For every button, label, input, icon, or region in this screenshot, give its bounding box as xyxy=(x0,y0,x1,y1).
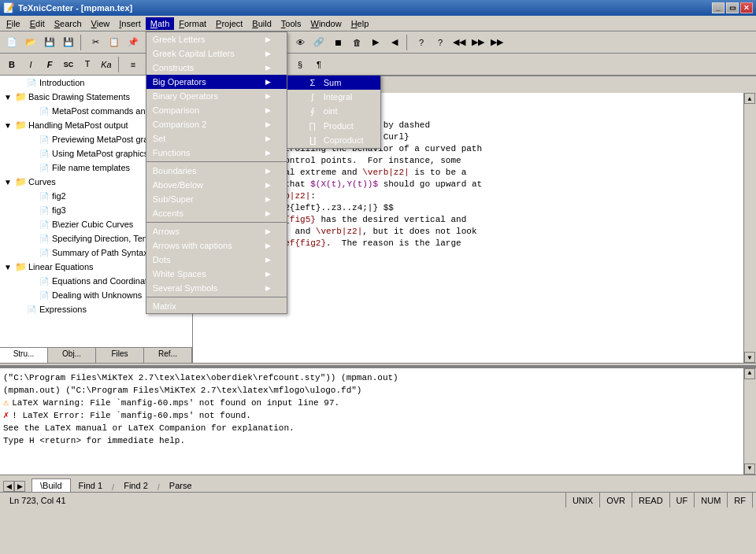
submenu-product[interactable]: ∏ Product xyxy=(287,119,380,133)
cut-button[interactable]: ✂ xyxy=(87,34,104,51)
help2-btn[interactable]: ? xyxy=(432,34,449,51)
output-line: ("C:\Program Files\MiKTeX 2.7\tex\latex\… xyxy=(3,371,737,384)
minimize-button[interactable]: _ xyxy=(712,2,724,13)
sidebar-tab-ref[interactable]: Ref... xyxy=(144,348,192,363)
menu-view[interactable]: View xyxy=(87,17,115,30)
window-controls[interactable]: _ ▭ ✕ xyxy=(712,2,753,13)
save-button[interactable]: 💾 xyxy=(41,34,58,51)
cal-button[interactable]: Ka xyxy=(98,56,115,73)
bottom-scroll-down[interactable]: ▼ xyxy=(744,464,755,475)
italic-button[interactable]: I xyxy=(22,56,39,73)
menu-search[interactable]: Search xyxy=(50,17,87,30)
menu-dots[interactable]: Dots▶ xyxy=(146,253,287,267)
product-icon: ∏ xyxy=(306,121,319,131)
open-button[interactable]: 📂 xyxy=(22,34,39,51)
output-line-warn: ⚠ LaTeX Warning: File `manfig-60.mps' no… xyxy=(3,397,737,409)
menu-constructs[interactable]: Constructs▶ xyxy=(146,61,287,75)
menu-build[interactable]: Build xyxy=(247,17,276,30)
bold-button[interactable]: B xyxy=(3,56,20,73)
submenu-sum[interactable]: Σ Sum xyxy=(287,76,380,90)
menu-sub-super[interactable]: Sub/Super▶ xyxy=(146,192,287,206)
menu-big-operators[interactable]: Big Operators▶ Σ Sum ∫ Integral ∮ oint xyxy=(146,75,287,89)
bottom-tab-parse[interactable]: Parse xyxy=(161,479,200,492)
clean-button[interactable]: 🗑 xyxy=(348,34,365,51)
expand-icon xyxy=(25,147,38,160)
nav-prev-btn[interactable]: ◀ xyxy=(3,481,14,492)
paste-button[interactable]: 📌 xyxy=(124,34,142,51)
save-all-button[interactable]: 💾 xyxy=(60,34,77,51)
menu-project[interactable]: Project xyxy=(211,17,247,30)
tree-label: Handling MetaPost output xyxy=(28,120,128,130)
sidebar-tab-files[interactable]: Files xyxy=(96,348,144,363)
menu-edit[interactable]: Edit xyxy=(25,17,50,30)
restore-button[interactable]: ▭ xyxy=(726,2,739,13)
menu-help[interactable]: Help xyxy=(346,17,374,30)
menu-arrows[interactable]: Arrows▶ xyxy=(146,224,287,238)
bottom-scroll-up[interactable]: ▲ xyxy=(744,368,755,379)
sc-button[interactable]: SC xyxy=(60,56,77,73)
menu-binary-operators[interactable]: Binary Operators▶ xyxy=(146,89,287,103)
menu-tools[interactable]: Tools xyxy=(276,17,306,30)
expand-icon xyxy=(13,76,25,89)
menu-matrix[interactable]: Matrix xyxy=(146,299,287,313)
help-btn[interactable]: ? xyxy=(413,34,430,51)
menu-window[interactable]: Window xyxy=(306,17,346,30)
special-btn[interactable]: § xyxy=(291,56,309,73)
output-panel[interactable]: ▲ ▼ ("C:\Program Files\MiKTeX 2.7\tex\la… xyxy=(0,367,756,475)
menu-arrows-captions[interactable]: Arrows with captions▶ xyxy=(146,238,287,253)
menu-greek-capital-letters[interactable]: Greek Capital Letters▶ xyxy=(146,46,287,61)
tree-label: Introduction xyxy=(39,78,84,87)
prev-err-button[interactable]: ◀ xyxy=(386,34,403,51)
folder-icon: 📁 xyxy=(14,175,27,188)
submenu-oint[interactable]: ∮ oint xyxy=(287,104,380,119)
stop-button[interactable]: ⏹ xyxy=(329,34,346,51)
synctex-button[interactable]: 🔗 xyxy=(310,34,328,51)
scroll-down-btn[interactable]: ▼ xyxy=(744,352,755,363)
menu-insert[interactable]: Insert xyxy=(114,17,146,30)
integral-icon: ∫ xyxy=(306,92,319,102)
next-err-button[interactable]: ▶ xyxy=(367,34,384,51)
menu-set[interactable]: Set▶ xyxy=(146,131,287,146)
menu-format[interactable]: Format xyxy=(174,17,211,30)
scroll-up-btn[interactable]: ▲ xyxy=(744,93,755,104)
menu-comparison2[interactable]: Comparison 2▶ xyxy=(146,117,287,131)
menu-greek-letters[interactable]: Greek Letters▶ xyxy=(146,32,287,46)
menu-file[interactable]: File xyxy=(2,17,25,30)
sidebar-tab-objects[interactable]: Obj... xyxy=(48,348,96,363)
submenu-coproduct[interactable]: ∐ Coproduct xyxy=(287,133,380,148)
bottom-tabs: ◀ ▶ \Build Find 1 / Find 2 / Parse xyxy=(0,475,756,492)
bottom-tab-find1[interactable]: Find 1 xyxy=(71,479,111,492)
copy-button[interactable]: 📋 xyxy=(106,34,123,51)
bottom-tab-find2[interactable]: Find 2 xyxy=(116,479,156,492)
menu-boundaries[interactable]: Boundaries▶ xyxy=(146,164,287,178)
sep-tb1 xyxy=(80,35,83,50)
align-left-btn[interactable]: ≡ xyxy=(124,56,142,73)
bottom-scrollbar[interactable]: ▲ ▼ xyxy=(743,368,756,475)
nav3-btn[interactable]: ▶▶ xyxy=(488,34,506,51)
nav-fwd-btn[interactable]: ▶▶ xyxy=(469,34,487,51)
new-button[interactable]: 📄 xyxy=(3,34,20,51)
toolbar-1: 📄 📂 💾 💾 ✂ 📋 📌 ↩ ↪ ↩ PDF ⚙ 👁 🔗 ⏹ 🗑 ▶ ◀ ? … xyxy=(0,31,756,54)
nav-next-btn[interactable]: ▶ xyxy=(14,481,25,492)
view-button[interactable]: 👁 xyxy=(291,34,309,51)
format3-button[interactable]: F xyxy=(41,56,58,73)
submenu-integral[interactable]: ∫ Integral xyxy=(287,90,380,104)
menu-math[interactable]: Math Greek Letters▶ Greek Capital Letter… xyxy=(146,17,174,30)
menu-white-spaces[interactable]: White Spaces▶ xyxy=(146,267,287,281)
special2-btn[interactable]: ¶ xyxy=(310,56,328,73)
output-line-err: ✗ ! LaTeX Error: File `manfig-60.mps' no… xyxy=(3,409,737,422)
doc-icon: 📄 xyxy=(38,275,50,287)
vertical-scrollbar[interactable]: ▲ ▼ xyxy=(743,93,756,363)
expand-icon xyxy=(25,105,38,117)
sidebar-tab-structure[interactable]: Stru... xyxy=(0,348,48,363)
menu-accents[interactable]: Accents▶ xyxy=(146,206,287,220)
close-button[interactable]: ✕ xyxy=(740,2,753,13)
menu-comparison[interactable]: Comparison▶ xyxy=(146,103,287,117)
menu-above-below[interactable]: Above/Below▶ xyxy=(146,178,287,192)
menu-functions[interactable]: Functions▶ xyxy=(146,146,287,160)
warn-text: LaTeX Warning: File `manfig-60.mps' not … xyxy=(12,397,339,409)
nav-back-btn[interactable]: ◀◀ xyxy=(450,34,468,51)
menu-several-symbols[interactable]: Several Symbols▶ xyxy=(146,281,287,295)
tt-button[interactable]: T xyxy=(79,56,96,73)
bottom-tab-build[interactable]: \Build xyxy=(32,478,71,492)
